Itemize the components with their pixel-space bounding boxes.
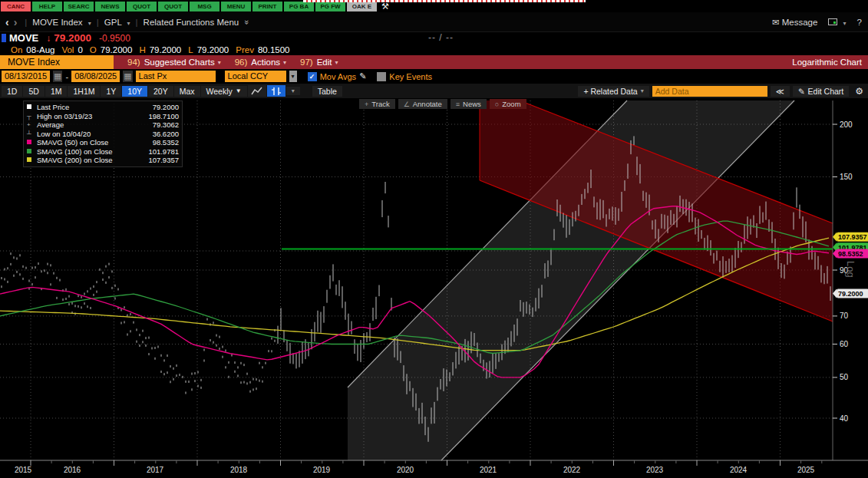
legend-label: SMAVG (100) on Close (37, 147, 136, 156)
security-tab[interactable]: MOVE Index (0, 55, 114, 69)
year-label: 2022 (563, 466, 581, 474)
wrench-icon[interactable]: ⚒ (381, 2, 389, 12)
log-scale-label: Log (845, 261, 856, 278)
svg-text:150: 150 (840, 173, 853, 181)
line-chart-icon (251, 87, 263, 96)
date-to-field[interactable]: 08/08/2025 (71, 71, 120, 82)
year-label: 2016 (64, 466, 81, 474)
fnkey-pg-ba[interactable]: PG BA (284, 2, 314, 12)
currency-dropdown-button[interactable]: ▾ (289, 71, 297, 82)
svg-text:200: 200 (840, 120, 853, 129)
legend-value: 101.9781 (136, 147, 179, 156)
quote-line-2: On08-AugVol0O79.2000H79.2000L79.2000Prev… (0, 44, 868, 55)
fnkey-canc[interactable]: CANC (1, 2, 31, 12)
security-selector[interactable]: MOVE Index ▾ (32, 18, 91, 27)
year-label: 2024 (730, 466, 748, 474)
fnkey-searc[interactable]: SEARC (64, 2, 94, 12)
edit-chart-button[interactable]: ✎ Edit Chart (793, 86, 850, 97)
tab-max[interactable]: Max (174, 86, 200, 97)
date-from-field[interactable]: 08/13/2015 (2, 71, 50, 82)
key-events-checkbox[interactable]: ■ (377, 72, 386, 81)
axis-price-tag: 79.2000 (833, 289, 868, 298)
fnkey-quot-4[interactable]: QUOT (127, 2, 157, 12)
ohlc-chart-type-button[interactable] (267, 85, 285, 97)
forward-button[interactable]: › (12, 16, 20, 28)
period-tab-row: 1D5D1M1H1M1Y10Y20YMax Weekly ▼ ▾ Table +… (0, 84, 868, 98)
tab-1h1m[interactable]: 1H1M (68, 86, 100, 97)
double-chevron-icon: » (243, 19, 252, 24)
tab-1d[interactable]: 1D (2, 86, 22, 97)
tab-10y[interactable]: 10Y (122, 86, 147, 97)
frequency-selector[interactable]: Weekly ▼ (201, 86, 247, 97)
gear-icon[interactable]: ⚙ (852, 86, 866, 97)
svg-text:50: 50 (840, 373, 849, 381)
tab-20y[interactable]: 20Y (148, 86, 173, 97)
legend-row: SMAVG (50) on Close98.5352 (27, 138, 179, 147)
chart-type-dropdown[interactable]: ▾ (286, 87, 300, 95)
legend-label: Last Price (37, 103, 136, 111)
chevron-down-icon: ▾ (843, 20, 847, 27)
chevron-down-icon: ▾ (127, 20, 130, 27)
legend-value: 107.9357 (136, 156, 179, 164)
quote-field-prev: Prev80.1500 (236, 45, 289, 54)
chart-settings-row: 08/13/2015 ▦ - 08/08/2025 ▦ Last Px Loca… (0, 69, 868, 84)
collapse-panel-button[interactable]: ≪ (771, 86, 790, 97)
fnkey-help[interactable]: HELP (32, 2, 62, 12)
function-selector[interactable]: GPL ▾ (104, 18, 130, 27)
tab-1y[interactable]: 1Y (101, 86, 121, 97)
help-button[interactable]: ? (857, 18, 862, 27)
down-arrow-icon: ↓ (46, 33, 51, 44)
legend-square-marker (27, 157, 37, 163)
legend-label: SMAVG (200) on Close (37, 156, 136, 164)
fnkey-quot-5[interactable]: QUOT (158, 2, 188, 12)
legend-square-marker (27, 148, 37, 155)
ohlc-bars-icon (270, 87, 282, 96)
line-chart-type-button[interactable] (248, 85, 266, 97)
pencil-icon: ✎ (798, 87, 805, 96)
year-label: 2018 (230, 466, 248, 474)
menu-edit[interactable]: 97)Edit▾ (300, 58, 338, 67)
pencil-icon[interactable]: ✎ (359, 71, 366, 81)
tab-5d[interactable]: 5D (23, 86, 44, 97)
chart-tool-annotate[interactable]: ∠Annotate (398, 99, 447, 109)
calendar-icon[interactable]: ▦ (53, 71, 62, 82)
add-data-input[interactable] (652, 86, 767, 97)
year-label: 2019 (313, 466, 331, 474)
fnkey-msg[interactable]: MSG (190, 2, 219, 12)
table-button[interactable]: Table (312, 86, 342, 97)
screen-menu-button[interactable]: ▾ (828, 18, 846, 27)
related-data-button[interactable]: + Related Data ▾ (578, 86, 649, 97)
year-label: 2017 (147, 466, 164, 474)
menu-suggested-charts[interactable]: 94)Suggested Charts▾ (127, 58, 221, 67)
news-icon: ≡ (456, 101, 460, 108)
legend-row: ┴Low on 10/04/2036.6200 (27, 130, 179, 139)
legend-label: High on 03/19/23 (37, 112, 136, 120)
currency-field[interactable]: Local CCY (225, 71, 286, 82)
related-functions-menu[interactable]: Related Functions Menu » (144, 18, 250, 27)
price-change: -0.9500 (99, 33, 130, 44)
price-type-field[interactable]: Last Px (136, 71, 216, 82)
svg-text:40: 40 (840, 414, 849, 423)
back-button[interactable]: ‹ (3, 16, 12, 28)
year-label: 2025 (797, 466, 815, 474)
legend-square-marker (27, 139, 37, 146)
legend-value: 79.2000 (136, 103, 179, 111)
chart-tool-news[interactable]: ≡News (451, 99, 487, 109)
security-label: MOVE Index (32, 18, 82, 27)
fnkey-news[interactable]: NEWS (95, 2, 125, 12)
quote-field-on: On08-Aug (11, 45, 54, 54)
legend-value: 98.5352 (136, 138, 179, 147)
menu-actions[interactable]: 96)Actions▾ (235, 58, 286, 67)
fnkey-menu[interactable]: MENU (221, 2, 251, 12)
calendar-icon[interactable]: ▦ (123, 71, 132, 82)
track-icon: + (365, 101, 368, 108)
chart-tool-zoom[interactable]: ○Zoom (490, 99, 526, 109)
tab-1m[interactable]: 1M (45, 86, 68, 97)
mov-avgs-checkbox[interactable]: ✓ (308, 72, 317, 81)
chart-tool-track[interactable]: +Track (359, 99, 395, 109)
fnkey-pg-fw[interactable]: PG FW (315, 2, 345, 12)
fnkey-print[interactable]: PRINT (252, 2, 282, 12)
fnkey-oak-e[interactable]: OAK E (347, 2, 377, 12)
axis-price-tag: 107.9357 (833, 232, 868, 242)
message-button[interactable]: ✉ Message (772, 17, 818, 28)
